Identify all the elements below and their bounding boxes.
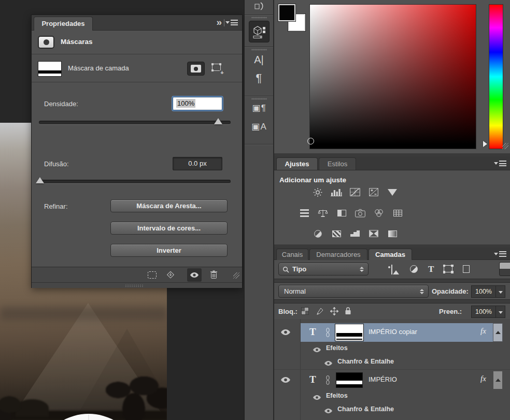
lock-all-padlock-icon[interactable]	[345, 307, 351, 315]
mask-link-chain-icon[interactable]	[325, 328, 331, 339]
filter-type-dropdown[interactable]: Tipo	[278, 263, 369, 276]
tab-demarcadores[interactable]: Demarcadores	[309, 249, 367, 260]
color-balance-icon[interactable]	[316, 207, 330, 219]
dock-group-grip[interactable]	[251, 17, 267, 19]
mask-thumbnail[interactable]	[38, 61, 62, 77]
add-vector-mask-button[interactable]: +	[210, 62, 224, 75]
effects-row[interactable]: Efeitos	[274, 389, 510, 403]
hue-slider[interactable]	[489, 4, 503, 149]
type-layer-thumbnail[interactable]: T	[309, 374, 316, 385]
photo-filter-icon[interactable]	[353, 207, 367, 219]
collapse-effects-arrow[interactable]	[493, 371, 503, 389]
filter-smart-objects-icon[interactable]	[463, 265, 470, 273]
density-slider-thumb[interactable]	[214, 118, 222, 124]
selective-color-icon[interactable]	[385, 228, 400, 239]
mask-link-chain-icon[interactable]	[325, 375, 331, 387]
layer-name[interactable]: IMPÉRIO copiar	[369, 328, 417, 336]
fill-dropdown-arrow[interactable]	[496, 306, 505, 318]
density-input[interactable]: 100%	[173, 97, 222, 110]
color-range-button[interactable]: Intervalo de cores...	[110, 222, 228, 235]
clone-source-panel-icon[interactable]	[254, 1, 265, 12]
dock-group-grip[interactable]	[251, 98, 267, 100]
posterize-icon[interactable]	[329, 228, 344, 239]
collapse-effects-arrow[interactable]	[493, 323, 503, 342]
effect-item-row[interactable]: Chanfro & Entalhe	[274, 355, 510, 369]
effect-visibility-eye-icon[interactable]	[324, 407, 333, 416]
layer-fx-badge[interactable]: fx	[480, 327, 486, 336]
hue-slider-marker[interactable]	[483, 141, 487, 147]
load-selection-icon[interactable]	[148, 271, 157, 279]
filter-pixel-layers-icon[interactable]	[391, 265, 392, 274]
invert-icon[interactable]	[310, 228, 325, 239]
filter-on-off-toggle[interactable]	[499, 262, 510, 276]
feather-slider-thumb[interactable]	[36, 177, 44, 183]
density-slider[interactable]	[39, 121, 231, 124]
opacity-dropdown-arrow[interactable]	[496, 285, 505, 298]
layer-name[interactable]: IMPÉRIO	[369, 375, 397, 383]
panel-menu-icon[interactable]	[494, 161, 506, 166]
tab-canais[interactable]: Canais	[276, 249, 308, 260]
layer-fx-badge[interactable]: fx	[480, 374, 486, 383]
tab-camadas[interactable]: Camadas	[369, 249, 412, 260]
color-panel-resize-grip[interactable]	[502, 143, 508, 149]
blend-mode-dropdown[interactable]: Normal	[278, 285, 429, 298]
exposure-icon[interactable]	[366, 186, 381, 198]
effects-row[interactable]: Efeitos	[274, 342, 510, 355]
lock-position-move-icon[interactable]	[330, 307, 338, 315]
invert-button[interactable]: Inverter	[110, 244, 228, 257]
threshold-icon[interactable]	[348, 228, 362, 239]
lock-pixels-brush-icon[interactable]	[316, 307, 324, 315]
layer-row-imperio[interactable]: T IMPÉRIO fx	[274, 371, 510, 389]
tab-estilos[interactable]: Estilos	[319, 157, 356, 170]
saturation-brightness-field[interactable]	[309, 4, 476, 149]
character-panel-icon[interactable]: A|	[245, 54, 273, 66]
select-pixel-mask-button[interactable]	[187, 62, 205, 76]
effect-item-row[interactable]: Chanfro & Entalhe	[274, 403, 510, 416]
effect-visibility-eye-icon[interactable]	[324, 359, 333, 368]
opacity-value[interactable]: 100%	[471, 285, 496, 298]
panel-menu-icon[interactable]	[225, 20, 238, 25]
delete-mask-trash-icon[interactable]	[210, 270, 218, 279]
paragraph-panel-icon[interactable]: ¶	[245, 71, 273, 85]
feather-input[interactable]: 0.0 px	[173, 157, 222, 170]
effect-name-label: Chanfro & Entalhe	[337, 405, 394, 413]
panel-drag-grip[interactable]	[125, 284, 144, 287]
layer-visibility-eye-icon[interactable]	[280, 376, 291, 385]
foreground-color-swatch[interactable]	[278, 4, 295, 21]
gradient-map-icon[interactable]	[366, 228, 381, 239]
3d-panel-icon[interactable]	[249, 21, 270, 42]
dock-group-grip[interactable]	[251, 49, 267, 51]
collapse-panel-icon[interactable]: »	[216, 17, 220, 28]
channel-mixer-icon[interactable]	[372, 207, 386, 219]
filter-type-layers-icon[interactable]: T	[428, 265, 434, 274]
tab-ajustes[interactable]: Ajustes	[276, 157, 318, 170]
effects-visibility-eye-icon[interactable]	[313, 345, 321, 355]
tab-propriedades[interactable]: Propriedades	[34, 17, 93, 31]
levels-icon[interactable]	[329, 186, 344, 198]
color-lookup-icon[interactable]	[390, 207, 405, 219]
black-white-icon[interactable]	[334, 207, 349, 219]
layer-row-imperio-copiar[interactable]: T IMPÉRIO copiar fx	[274, 323, 510, 342]
layer-mask-thumbnail-selected[interactable]	[335, 324, 363, 341]
effects-visibility-eye-icon[interactable]	[313, 393, 321, 402]
mask-edge-button[interactable]: Máscara de Aresta...	[110, 199, 228, 212]
paragraph-styles-panel-icon[interactable]: ▣ ¶	[245, 103, 273, 113]
type-layer-thumbnail[interactable]: T	[309, 326, 316, 338]
hue-saturation-icon[interactable]	[297, 207, 311, 219]
panel-resize-grip[interactable]	[233, 272, 239, 279]
brightness-contrast-icon[interactable]	[310, 186, 325, 198]
filter-shape-layers-icon[interactable]	[444, 265, 452, 272]
panel-menu-icon[interactable]	[494, 251, 506, 257]
lock-transparency-icon[interactable]	[301, 307, 309, 315]
apply-mask-icon[interactable]	[165, 270, 176, 280]
mask-visibility-toggle[interactable]	[187, 268, 202, 282]
filter-adjustment-layers-icon[interactable]	[410, 265, 418, 273]
feather-slider[interactable]	[39, 180, 231, 183]
layer-mask-thumbnail[interactable]	[336, 372, 363, 388]
color-field-marker[interactable]	[307, 138, 314, 144]
vibrance-icon[interactable]	[385, 186, 400, 198]
character-styles-panel-icon[interactable]: ▣ A	[245, 121, 273, 132]
fill-value[interactable]: 100%	[471, 306, 496, 318]
curves-icon[interactable]	[348, 186, 362, 198]
layer-visibility-eye-icon[interactable]	[280, 328, 291, 338]
